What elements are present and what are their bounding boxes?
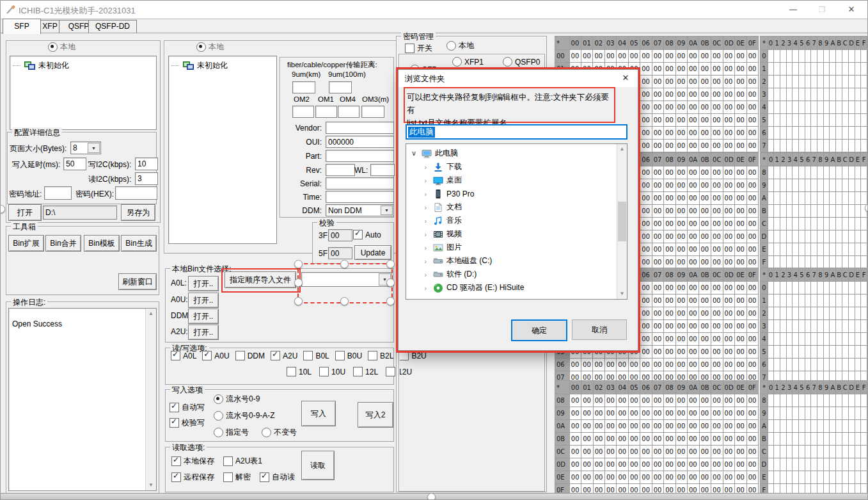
- dialog-cancel-button[interactable]: 取消: [572, 319, 627, 340]
- hex-cell[interactable]: [793, 166, 799, 179]
- hex-cell[interactable]: 00: [711, 294, 723, 307]
- chevron-collapsed-icon[interactable]: ›: [422, 257, 429, 265]
- hex-cell[interactable]: 00: [687, 333, 699, 346]
- hex-cell[interactable]: [855, 320, 861, 333]
- hex-cell[interactable]: 00: [699, 394, 711, 407]
- hex-cell[interactable]: 00: [723, 76, 735, 88]
- canvas-handle-bottom[interactable]: [427, 493, 436, 500]
- left-local-radio[interactable]: 本地: [48, 42, 75, 52]
- hex-cell[interactable]: 00: [664, 433, 675, 446]
- hex-cell[interactable]: [830, 114, 836, 127]
- save-as-button[interactable]: 另存为: [121, 204, 155, 221]
- rev-input[interactable]: [326, 164, 355, 176]
- hex-cell[interactable]: [793, 76, 799, 88]
- hex-cell[interactable]: [855, 127, 861, 140]
- hex-cell[interactable]: [848, 446, 855, 458]
- hex-cell[interactable]: 00: [711, 88, 723, 101]
- hex-cell[interactable]: 00: [699, 420, 711, 433]
- hex-cell[interactable]: 00: [605, 420, 617, 433]
- hex-cell[interactable]: 00: [746, 346, 759, 359]
- hex-cell[interactable]: 00: [723, 127, 735, 140]
- hex-cell[interactable]: [836, 192, 842, 205]
- hex-cell[interactable]: [823, 88, 830, 101]
- chevron-collapsed-icon[interactable]: ›: [422, 217, 429, 225]
- folder-tree-scrollbar[interactable]: ▲ ▼: [617, 144, 627, 299]
- dist-om4-input[interactable]: [338, 106, 359, 118]
- folder-tree-item-9[interactable]: ›软件 (D:): [422, 268, 477, 281]
- hex-cell[interactable]: [823, 320, 830, 333]
- hex-cell[interactable]: [848, 166, 855, 179]
- hex-cell[interactable]: [786, 218, 793, 230]
- hex-cell[interactable]: 00: [746, 282, 759, 294]
- hex-cell[interactable]: 00: [640, 433, 652, 446]
- hex-cell[interactable]: 00: [735, 101, 746, 114]
- hex-cell[interactable]: 00: [735, 320, 746, 333]
- hex-cell[interactable]: [774, 307, 780, 320]
- hex-cell[interactable]: [799, 50, 805, 63]
- hex-cell[interactable]: [823, 63, 830, 76]
- hex-cell[interactable]: [836, 50, 842, 63]
- hex-cell[interactable]: 00: [640, 88, 652, 101]
- hex-cell[interactable]: [823, 192, 830, 205]
- hex-cell[interactable]: [855, 333, 861, 346]
- hex-cell[interactable]: [793, 179, 799, 192]
- hex-cell[interactable]: [817, 256, 824, 269]
- folder-tree-item-7[interactable]: ›图片: [422, 241, 462, 254]
- hex-cell[interactable]: 00: [746, 50, 759, 63]
- hex-cell[interactable]: [855, 166, 861, 179]
- hex-cell[interactable]: 00: [675, 127, 687, 140]
- close-button[interactable]: ✕: [842, 3, 861, 16]
- hex-cell[interactable]: [811, 407, 817, 420]
- hex-cell[interactable]: [848, 205, 855, 218]
- hex-cell[interactable]: 00: [723, 333, 735, 346]
- hex-cell[interactable]: 00: [723, 294, 735, 307]
- hex-cell[interactable]: 00: [735, 50, 746, 63]
- hex-cell[interactable]: 00: [593, 458, 604, 471]
- hex-cell[interactable]: 00: [688, 218, 700, 230]
- hex-cell[interactable]: 00: [746, 471, 759, 484]
- hex-cell[interactable]: [805, 458, 811, 471]
- hex-cell[interactable]: [848, 179, 855, 192]
- hex-cell[interactable]: 00: [675, 471, 687, 484]
- hex-cell[interactable]: [861, 114, 867, 127]
- hex-cell[interactable]: [823, 114, 830, 127]
- hex-cell[interactable]: 00: [735, 205, 746, 218]
- hex-cell[interactable]: 00: [735, 394, 746, 407]
- ascii-grid-4[interactable]: *0123456789ABCDEF89ABCDEF: [760, 380, 867, 497]
- hex-cell[interactable]: [805, 192, 811, 205]
- hex-cell[interactable]: 00: [746, 333, 759, 346]
- hex-cell[interactable]: [836, 243, 842, 256]
- hex-cell[interactable]: [830, 166, 836, 179]
- hex-cell[interactable]: [793, 294, 799, 307]
- hex-cell[interactable]: [780, 88, 786, 101]
- hex-cell[interactable]: [823, 407, 830, 420]
- wl-input[interactable]: [370, 164, 395, 176]
- hex-cell[interactable]: 00: [617, 407, 628, 420]
- hex-cell[interactable]: [836, 256, 842, 269]
- hex-cell[interactable]: 00: [569, 50, 581, 63]
- hex-cell[interactable]: 00: [617, 471, 628, 484]
- hex-cell[interactable]: [817, 359, 824, 371]
- hex-cell[interactable]: 00: [735, 433, 746, 446]
- hex-cell[interactable]: [799, 114, 805, 127]
- hex-cell[interactable]: [823, 218, 830, 230]
- password-switch-checkbox[interactable]: 开关: [405, 43, 432, 54]
- toolbox-button-4[interactable]: Bin生成: [121, 235, 157, 252]
- hex-cell[interactable]: 00: [652, 458, 663, 471]
- hex-cell[interactable]: [842, 218, 848, 230]
- hex-cell[interactable]: [768, 346, 774, 359]
- log-box[interactable]: Open Success ▲ ▼: [8, 308, 157, 491]
- hex-cell[interactable]: 00: [675, 282, 687, 294]
- hex-cell[interactable]: 00: [664, 179, 675, 192]
- hex-cell[interactable]: [793, 88, 799, 101]
- hex-cell[interactable]: [805, 243, 811, 256]
- hex-cell[interactable]: [855, 101, 861, 114]
- hex-cell[interactable]: [799, 101, 805, 114]
- hex-cell[interactable]: 00: [675, 407, 687, 420]
- hex-cell[interactable]: 00: [593, 446, 604, 458]
- hex-cell[interactable]: [811, 179, 817, 192]
- hex-cell[interactable]: 00: [699, 205, 711, 218]
- hex-cell[interactable]: [805, 394, 811, 407]
- read-checkbox-本地保存[interactable]: 本地保存: [171, 456, 214, 467]
- hex-cell[interactable]: 00: [735, 88, 746, 101]
